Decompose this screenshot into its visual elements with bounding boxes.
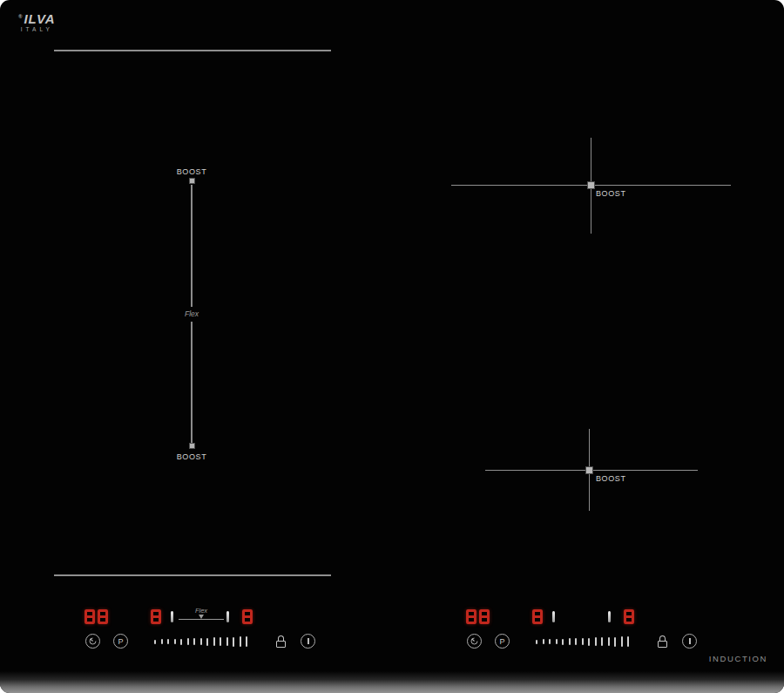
induction-type-label: INDUCTION [709,654,767,663]
right-control-panel: P [456,603,717,657]
timer-button[interactable] [467,634,482,649]
zone-bottom-right-center-marker [585,466,593,474]
flex-zone-boost-top-label: BOOST [171,167,213,176]
boost-p-button[interactable]: P [495,634,510,649]
timer-display [84,609,108,624]
power-button[interactable] [301,634,315,649]
flex-link-label: Flex [179,607,224,615]
zone-bottom-right-boost-label: BOOST [596,474,626,483]
lock-button[interactable] [275,635,286,648]
zone-top-right-boost-label: BOOST [596,189,626,198]
boost-p-button[interactable]: P [113,634,128,649]
induction-cooktop: ®ILVA ITALY BOOST Flex BOOST BOOST BOOST… [0,0,784,693]
zone-b-indicator-bar [608,611,611,622]
flex-zone-top-line [54,50,331,51]
timer-display [466,609,490,624]
power-button[interactable] [682,634,697,649]
timer-button[interactable] [85,634,100,649]
flex-zone-vertical-line-lower [191,322,193,443]
brand-name: ®ILVA [18,10,56,25]
zone-top-right-center-marker [587,181,595,189]
registered-mark-icon: ® [18,14,23,19]
product-image: ®ILVA ITALY BOOST Flex BOOST BOOST BOOST… [0,0,784,693]
flex-zone-label: Flex [171,309,213,318]
timer-icon [470,636,479,646]
zone-a-indicator-bar [552,611,555,622]
zone-a-display [151,609,161,624]
brand-logo: ®ILVA ITALY [18,10,56,32]
lock-button[interactable] [657,635,667,648]
zone-b-display [242,609,253,624]
flex-zone-boost-top-marker [189,178,195,184]
power-slider[interactable] [536,635,629,648]
left-control-panel: Flex P [74,603,335,657]
brand-country: ITALY [18,26,56,32]
zone-b-display [624,609,634,624]
flex-zone-boost-bottom-marker [189,443,195,449]
zone-a-indicator-bar [171,611,173,622]
zone-b-indicator-bar [226,611,229,622]
power-icon [308,638,309,644]
timer-icon [88,636,98,646]
flex-link-line [179,619,224,620]
flex-zone-vertical-line-upper [191,185,193,307]
power-icon [689,638,691,644]
flex-zone-boost-bottom-label: BOOST [171,452,213,461]
zone-a-display [532,609,543,624]
power-slider[interactable] [154,635,247,648]
flex-zone-bottom-line [54,574,331,576]
glass-bottom-bevel [0,671,784,693]
